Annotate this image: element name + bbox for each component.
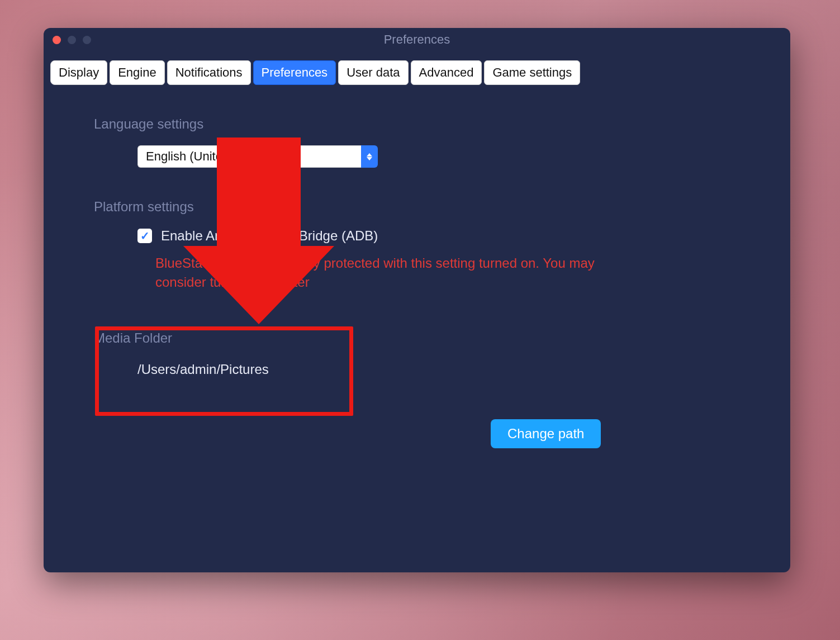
tab-engine[interactable]: Engine: [110, 60, 165, 85]
window-title: Preferences: [44, 32, 790, 47]
platform-settings-label: Platform settings: [94, 199, 740, 215]
adb-checkbox[interactable]: ✓: [137, 229, 152, 243]
adb-checkbox-label: Enable Android Debug Bridge (ADB): [161, 228, 378, 244]
preferences-window: Preferences Display Engine Notifications…: [44, 28, 790, 572]
tab-preferences[interactable]: Preferences: [253, 60, 336, 85]
language-settings-label: Language settings: [94, 116, 740, 132]
preferences-content: Language settings English (United States…: [44, 85, 790, 572]
language-select-value: English (United States): [137, 145, 361, 168]
change-path-button[interactable]: Change path: [491, 419, 601, 448]
adb-checkbox-row[interactable]: ✓ Enable Android Debug Bridge (ADB): [137, 228, 740, 244]
tab-notifications[interactable]: Notifications: [167, 60, 251, 85]
media-folder-section: Media Folder /Users/admin/Pictures: [94, 320, 302, 394]
tab-user-data[interactable]: User data: [338, 60, 408, 85]
media-folder-path: /Users/admin/Pictures: [137, 362, 269, 377]
traffic-lights: [53, 36, 91, 44]
tab-bar: Display Engine Notifications Preferences…: [50, 60, 784, 85]
tab-game-settings[interactable]: Game settings: [484, 60, 580, 85]
tab-display[interactable]: Display: [50, 60, 107, 85]
language-select-chevron-icon[interactable]: [361, 145, 378, 168]
tab-advanced[interactable]: Advanced: [411, 60, 482, 85]
window-zoom-button[interactable]: [83, 36, 91, 44]
window-titlebar: Preferences: [44, 28, 790, 51]
media-folder-label: Media Folder: [94, 330, 269, 346]
language-select[interactable]: English (United States): [137, 145, 378, 168]
adb-warning-text: BlueStacks may not be fully protected wi…: [155, 254, 614, 291]
window-minimize-button[interactable]: [68, 36, 76, 44]
window-close-button[interactable]: [53, 36, 61, 44]
